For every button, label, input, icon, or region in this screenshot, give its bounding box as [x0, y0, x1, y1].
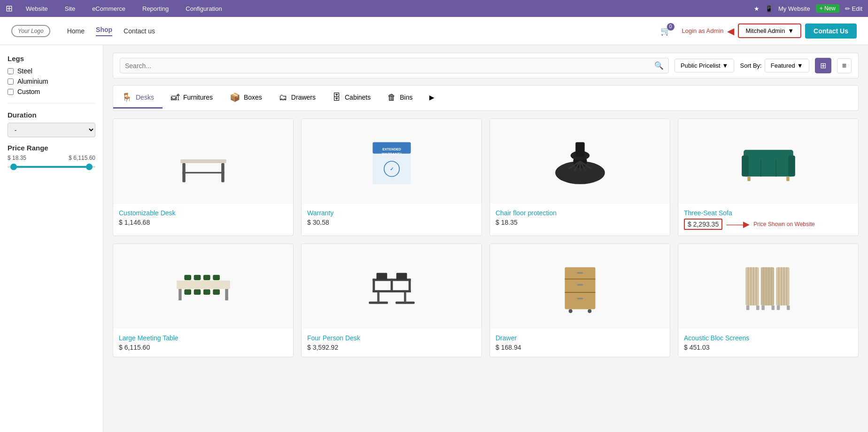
price-range-values: $ 18.35 $ 6,115.60: [8, 155, 95, 161]
svg-rect-40: [372, 279, 375, 292]
logo: Your Logo: [11, 25, 50, 37]
product-image-four-person-desk: [302, 244, 481, 329]
category-tab-bins[interactable]: 🗑 Bins: [379, 88, 421, 109]
product-price-acoustic-bloc-screens: $ 451.03: [684, 344, 852, 351]
website-nav: Your Logo Home Shop Contact us 🛒 0 Login…: [0, 17, 868, 45]
svg-rect-53: [577, 284, 583, 285]
product-price-three-seat-sofa: $ 2,293.35: [684, 219, 722, 230]
product-name-chair-floor[interactable]: Chair floor protection: [496, 209, 664, 217]
product-name-warranty[interactable]: Warranty: [307, 209, 476, 217]
sort-by-button[interactable]: Featured ▼: [765, 59, 809, 72]
nav-contact-us[interactable]: Contact us: [124, 27, 155, 35]
product-card-chair-floor-protection[interactable]: Chair floor protection $ 18.35: [489, 118, 670, 236]
product-image-drawer: [490, 244, 670, 329]
furniture-cat-icon: 🛋: [171, 93, 179, 102]
product-price-warranty: $ 30.58: [307, 219, 476, 226]
customizable-desk-image: [173, 131, 234, 192]
legs-aluminium-option[interactable]: Aluminium: [8, 78, 95, 85]
bins-cat-icon: 🗑: [388, 93, 396, 102]
cart-badge: 0: [667, 23, 674, 31]
product-price-drawer: $ 168.94: [496, 344, 664, 351]
category-tab-furnitures[interactable]: 🛋 Furnitures: [163, 88, 221, 109]
search-input[interactable]: [125, 62, 654, 70]
category-tab-drawers[interactable]: 🗂 Drawers: [271, 88, 324, 109]
category-tab-desks[interactable]: 🪑 Desks: [113, 87, 163, 109]
product-info-large-meeting-table: Large Meeting Table $ 6,115.60: [113, 329, 293, 357]
admin-nav-site[interactable]: Site: [61, 3, 79, 14]
nav-home[interactable]: Home: [67, 27, 85, 35]
price-max: $ 6,115.60: [69, 155, 95, 161]
admin-bar-right: ★ 📱 My Website + New ✏ Edit: [754, 4, 862, 13]
product-card-drawer[interactable]: Drawer $ 168.94: [489, 243, 670, 357]
nav-shop[interactable]: Shop: [96, 26, 112, 36]
svg-rect-33: [213, 275, 220, 280]
product-card-acoustic-bloc-screens[interactable]: Acoustic Bloc Screens $ 451.03: [678, 243, 859, 357]
product-name-large-meeting-table[interactable]: Large Meeting Table: [119, 334, 287, 342]
cart-icon[interactable]: 🛒 0: [660, 26, 671, 36]
admin-nav-ecommerce[interactable]: eCommerce: [88, 3, 129, 14]
product-card-three-seat-sofa[interactable]: Three-Seat Sofa $ 2,293.35 ——▶ Price Sho…: [678, 118, 859, 236]
range-slider-fill: [12, 166, 91, 168]
svg-rect-76: [776, 306, 780, 310]
product-name-customizable-desk[interactable]: Customizable Desk: [119, 209, 287, 217]
product-name-four-person-desk[interactable]: Four Person Desk: [307, 334, 476, 342]
svg-rect-29: [225, 289, 228, 300]
admin-bar: ⊞ Website Site eCommerce Reporting Confi…: [0, 0, 868, 17]
product-card-four-person-desk[interactable]: Four Person Desk $ 3,592.92: [301, 243, 482, 357]
product-price-customizable-desk: $ 1,146.68: [119, 219, 287, 226]
legs-custom-option[interactable]: Custom: [8, 88, 95, 95]
category-furnitures-label: Furnitures: [183, 94, 213, 101]
list-view-button[interactable]: ≡: [837, 58, 852, 73]
app-grid-icon[interactable]: ⊞: [6, 3, 13, 14]
product-name-three-seat-sofa[interactable]: Three-Seat Sofa: [684, 209, 852, 217]
legs-custom-checkbox[interactable]: [8, 89, 14, 95]
product-info-customizable-desk: Customizable Desk $ 1,146.68: [113, 204, 293, 232]
duration-select[interactable]: -: [8, 123, 95, 137]
product-card-customizable-desk[interactable]: Customizable Desk $ 1,146.68: [113, 118, 294, 236]
category-drawers-label: Drawers: [291, 94, 316, 101]
category-boxes-label: Boxes: [244, 94, 262, 101]
product-card-warranty[interactable]: EXTENDED WARRANTY ✓ Warranty $ 30.58: [301, 118, 482, 236]
category-tab-more[interactable]: ▶: [421, 89, 443, 107]
product-name-drawer[interactable]: Drawer: [496, 334, 664, 342]
mitchell-admin-label: Mitchell Admin: [745, 27, 785, 34]
category-tab-cabinets[interactable]: 🗄 Cabinets: [324, 88, 379, 109]
range-thumb-right[interactable]: [86, 164, 93, 170]
admin-nav-configuration[interactable]: Configuration: [182, 3, 225, 14]
mobile-icon[interactable]: 📱: [765, 5, 773, 12]
mitchell-admin-button[interactable]: Mitchell Admin ▼: [738, 24, 801, 38]
category-cabinets-label: Cabinets: [345, 94, 371, 101]
logo-area[interactable]: Your Logo: [11, 25, 50, 37]
price-annotation-arrow: ——▶: [726, 219, 750, 229]
edit-button[interactable]: ✏ Edit: [845, 5, 862, 12]
grid-view-button[interactable]: ⊞: [815, 58, 831, 73]
product-grid: Customizable Desk $ 1,146.68 EXTENDED WA…: [113, 118, 859, 357]
my-website-link[interactable]: My Website: [778, 5, 810, 12]
svg-rect-74: [761, 306, 765, 310]
category-tab-boxes[interactable]: 📦 Boxes: [221, 87, 271, 109]
product-name-acoustic-bloc-screens[interactable]: Acoustic Bloc Screens: [684, 334, 852, 342]
pricelist-button[interactable]: Public Pricelist ▼: [674, 59, 734, 72]
svg-rect-37: [213, 290, 220, 295]
login-admin-arrow: ◀: [727, 25, 734, 37]
admin-nav-reporting[interactable]: Reporting: [139, 3, 172, 14]
drawer-image: [550, 256, 611, 317]
range-thumb-left[interactable]: [10, 164, 17, 170]
product-price-four-person-desk: $ 3,592.92: [307, 344, 476, 351]
dropdown-arrow-icon: ▼: [788, 27, 794, 34]
sidebar-divider-1: [8, 103, 95, 103]
admin-nav-website[interactable]: Website: [22, 3, 52, 14]
svg-text:✓: ✓: [390, 166, 394, 172]
product-price-large-meeting-table: $ 6,115.60: [119, 344, 287, 351]
search-icon[interactable]: 🔍: [654, 61, 664, 70]
legs-steel-checkbox[interactable]: [8, 68, 14, 74]
legs-aluminium-checkbox[interactable]: [8, 79, 14, 85]
new-badge[interactable]: + New: [816, 4, 839, 13]
legs-steel-option[interactable]: Steel: [8, 67, 95, 75]
product-card-large-meeting-table[interactable]: Large Meeting Table $ 6,115.60: [113, 243, 294, 357]
content-area: 🔍 Public Pricelist ▼ Sort By: Featured ▼…: [103, 45, 868, 432]
warranty-image: EXTENDED WARRANTY ✓: [361, 131, 422, 192]
star-icon[interactable]: ★: [754, 5, 760, 12]
contact-us-button[interactable]: Contact Us: [805, 24, 857, 39]
more-icon: ▶: [429, 94, 434, 101]
